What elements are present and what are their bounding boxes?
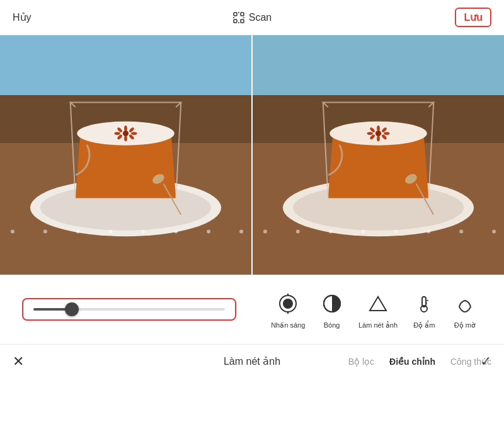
tool-brightness[interactable]: Nhấn sáng (271, 290, 305, 329)
tools-section: Nhấn sáng Bóng (258, 290, 491, 329)
save-button[interactable]: Lưu (455, 8, 491, 27)
controls-row: Nhấn sáng Bóng (0, 275, 504, 344)
close-button[interactable]: ✕ (13, 353, 24, 370)
slider-section (13, 298, 258, 321)
cancel-button[interactable]: Hủy (13, 11, 32, 23)
tab-formula[interactable]: Công thức (450, 357, 491, 367)
temperature-icon (410, 290, 438, 318)
svg-rect-2 (234, 20, 237, 23)
images-area (0, 35, 504, 275)
scan-label: Scan (249, 12, 272, 23)
blur-icon (451, 290, 479, 318)
svg-marker-14 (370, 297, 386, 311)
brightness-icon (274, 290, 302, 318)
edited-image-panel (253, 35, 504, 275)
slider-thumb[interactable] (65, 302, 79, 316)
slider-track[interactable] (33, 308, 225, 311)
tool-contrast[interactable]: Bóng (318, 290, 346, 329)
svg-rect-1 (241, 13, 244, 16)
tool-sharpen-label: Làm nét ảnh (358, 321, 398, 329)
bottom-bar: ✕ Làm nét ảnh ✓ Bộ lọc Điều chỉnh Công t… (0, 344, 504, 378)
tab-adjust[interactable]: Điều chỉnh (389, 357, 435, 367)
tool-temperature[interactable]: Độ ẩm (410, 290, 438, 329)
svg-rect-3 (241, 20, 244, 23)
edited-image (253, 35, 504, 275)
tool-brightness-label: Nhấn sáng (271, 321, 305, 329)
contrast-icon (318, 290, 346, 318)
bottom-tabs: Bộ lọc Điều chỉnh Công thức (348, 357, 491, 367)
tool-sharpen[interactable]: Làm nét ảnh (358, 290, 398, 329)
tab-filter[interactable]: Bộ lọc (348, 357, 374, 367)
slider-box (22, 298, 236, 321)
svg-rect-0 (234, 13, 237, 16)
tool-blur-label: Độ mờ (454, 321, 476, 329)
tool-temperature-label: Độ ẩm (413, 321, 435, 329)
original-image (0, 35, 251, 275)
bottom-area: Nhấn sáng Bóng (0, 275, 504, 441)
header: Hủy Scan Lưu (0, 0, 504, 35)
tool-blur[interactable]: Độ mờ (451, 290, 479, 329)
scan-icon (232, 11, 245, 24)
tool-contrast-label: Bóng (324, 321, 340, 329)
sharpen-icon (364, 290, 392, 318)
svg-point-9 (283, 299, 293, 309)
original-image-panel (0, 35, 251, 275)
scan-button[interactable]: Scan (232, 11, 272, 24)
